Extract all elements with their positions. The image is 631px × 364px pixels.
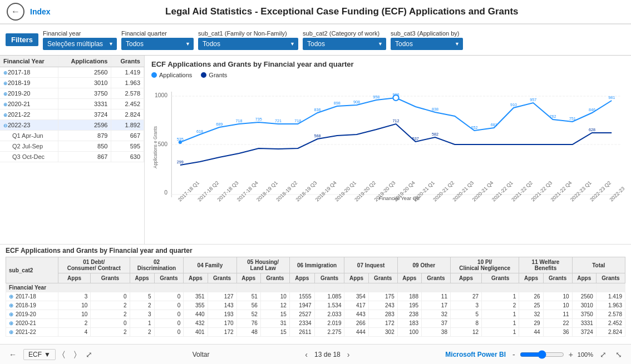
financial-quarter-select[interactable]: Todos Q1 Apr-Jun Q2 Jul-Sep Q3 Oct-Dec Q… (121, 38, 194, 50)
year-cell: ⊖2022-23 (0, 120, 58, 131)
expand-icon[interactable]: ⊕ (9, 302, 13, 308)
legend-grants[interactable]: Grants (201, 72, 227, 78)
data-cell: 193 (208, 310, 236, 319)
data-cell: 0 (154, 310, 184, 319)
bottom-table-row[interactable]: ⊕2017-183050351127511015551.085354175188… (6, 292, 625, 301)
grants-cell: 2.578 (111, 88, 144, 99)
sub-cat3-select[interactable]: Todos (391, 38, 463, 50)
table-row[interactable]: ⊕2018-19 3010 1.963 (0, 78, 144, 88)
data-cell: 3750 (572, 310, 596, 319)
filters-label: Filters (6, 33, 38, 46)
data-cell: 38 (421, 328, 450, 337)
bottom-table-title: ECF Applications and Grants by Financial… (6, 245, 625, 257)
zoom-in-button[interactable]: + (566, 349, 575, 360)
bottom-panel: ECF Applications and Grants by Financial… (0, 244, 631, 344)
expand-icon[interactable]: ⊕ (9, 320, 13, 326)
data-cell: 2.452 (596, 319, 625, 328)
table-row[interactable]: ⊕2019-20 3750 2.578 (0, 88, 144, 99)
svg-text:836: 836 (314, 108, 321, 112)
page-layout: ← Index Legal Aid Statistics - Exception… (0, 0, 631, 364)
voltar-button[interactable]: ← (7, 349, 19, 360)
cell (519, 283, 543, 292)
year-cell: ⊕2020-21 (6, 319, 58, 328)
cell (208, 283, 236, 292)
data-cell: 44 (519, 328, 543, 337)
grants-cell: 595 (111, 141, 144, 152)
expand-icon[interactable]: ⊕ (3, 81, 8, 86)
zoom-slider[interactable] (520, 350, 564, 359)
ecf-next-button[interactable]: 〉 (72, 348, 79, 360)
powerbi-link[interactable]: Microsoft Power BI (445, 351, 506, 358)
subh-apps: Apps (58, 273, 91, 283)
table-row[interactable]: ⊕2017-18 2560 1.419 (0, 67, 144, 78)
sub-cat1-select[interactable]: Todos Family Non-Family (198, 38, 298, 50)
footer: ← ECF ▼ 〈 〉 ⤢ Voltar ‹ 13 de 18 › Micros… (0, 344, 631, 364)
data-cell: 2527 (289, 310, 314, 319)
bottom-table-row[interactable]: ⊕2019-2010230440193521525272.03344328323… (6, 310, 625, 319)
grants-cell: 630 (111, 152, 144, 162)
zoom-out-button[interactable]: - (510, 349, 517, 360)
table-row[interactable]: ⊕2020-21 3331 2.452 (0, 99, 144, 109)
page-next-button[interactable]: › (345, 349, 352, 360)
bottom-table-row[interactable]: ⊕2018-1910220355143561219471.53441724319… (6, 301, 625, 310)
data-cell: 3 (58, 292, 91, 301)
data-cell: 1.419 (596, 292, 625, 301)
data-cell: 127 (208, 292, 236, 301)
expand-button[interactable]: ⤢ (83, 349, 95, 360)
financial-year-label: Financial year (43, 30, 117, 37)
subh-apps: Apps (236, 273, 260, 283)
data-cell: 3010 (572, 301, 596, 310)
expand-icon[interactable]: ⊕ (3, 102, 8, 107)
sub-cat2-header: sub_cat2 (6, 257, 58, 283)
data-cell: 2.033 (314, 310, 344, 319)
data-cell: 1 (130, 319, 154, 328)
apps-cell: 3724 (58, 109, 111, 120)
data-cell: 5 (450, 310, 481, 319)
immigration-header: 06 Immigration (289, 257, 344, 273)
expand-icon[interactable]: ⊕ (9, 329, 13, 335)
financial-year-select[interactable]: Seleções múltiplas Todos 2017-18 2018-19… (43, 38, 117, 50)
ecf-prev-button[interactable]: 〈 (60, 348, 67, 360)
expand-icon[interactable]: ⊕ (9, 311, 13, 317)
data-cell: 3 (130, 310, 154, 319)
chart-legend: Applications Grants (151, 72, 624, 78)
data-cell: 52 (236, 310, 260, 319)
data-cell: 2.275 (314, 328, 344, 337)
index-link[interactable]: Index (30, 7, 51, 16)
grants-cell: 1.419 (111, 67, 144, 78)
expand-icon[interactable]: ⊕ (3, 112, 8, 118)
back-button[interactable]: ← (7, 3, 24, 21)
content-area: Financial Year Applications Grants ⊕2017… (0, 56, 631, 344)
apps-cell: 3331 (58, 99, 111, 109)
expand-icon[interactable]: ⊕ (3, 91, 8, 97)
table-row-2022[interactable]: ⊖2022-23 2596 1.892 (0, 120, 144, 131)
subh-apps: Apps (572, 273, 596, 283)
page-prev-button[interactable]: ‹ (303, 349, 310, 360)
data-cell: 401 (184, 328, 208, 337)
bottom-table-row[interactable]: ⊕2020-212010432170763123342.019266172183… (6, 319, 625, 328)
collapse-button[interactable]: ⤡ (613, 349, 624, 360)
legend-applications[interactable]: Applications (151, 72, 192, 78)
fullscreen-button[interactable]: ⤢ (598, 349, 609, 360)
sub-cat2-select[interactable]: Todos (303, 38, 386, 50)
data-cell: 8 (450, 319, 481, 328)
data-cell: 354 (344, 292, 368, 301)
bottom-table-row[interactable]: ⊕2021-224220401172481526112.275444302100… (6, 328, 625, 337)
sub-cat1-filter: sub_cat1 (Family or Non-Family) Todos Fa… (198, 30, 298, 50)
expand-icon[interactable]: ⊕ (9, 293, 13, 300)
year-cell: ⊕2019-20 (6, 310, 58, 319)
cell (130, 283, 154, 292)
footer-right: Microsoft Power BI - + 100% ⤢ ⤡ (445, 349, 624, 360)
ecf-dropdown[interactable]: ECF ▼ (23, 349, 56, 360)
svg-text:1000: 1000 (155, 92, 167, 98)
data-cell: 2560 (572, 292, 596, 301)
col-header-year: Financial Year (0, 56, 58, 67)
subh-grants: Grants (543, 273, 572, 283)
discrim-header: 02Discrimination (130, 257, 184, 273)
expand-icon[interactable]: ⊕ (3, 70, 8, 76)
expand-icon[interactable]: ⊖ (3, 123, 8, 128)
zoom-control: - + 100% (510, 349, 593, 360)
cell (368, 283, 397, 292)
table-row[interactable]: ⊕2021-22 3724 2.824 (0, 109, 144, 120)
svg-text:718: 718 (236, 119, 243, 123)
